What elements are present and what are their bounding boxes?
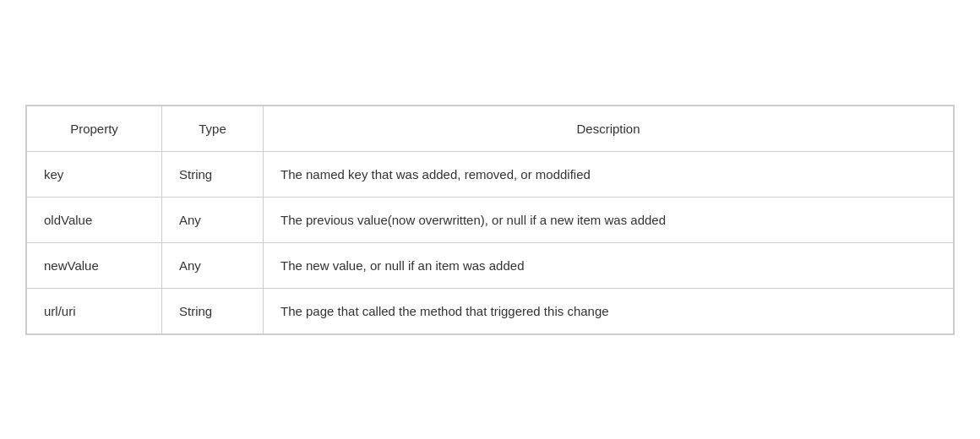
- cell-property: key: [27, 151, 162, 197]
- cell-type: String: [162, 151, 264, 197]
- header-description: Description: [264, 106, 954, 151]
- cell-property: newValue: [27, 242, 162, 288]
- table-row: newValueAnyThe new value, or null if an …: [27, 242, 954, 288]
- properties-table-wrapper: Property Type Description keyStringThe n…: [25, 105, 955, 335]
- cell-description: The previous value(now overwritten), or …: [264, 197, 954, 242]
- table-row: keyStringThe named key that was added, r…: [27, 151, 954, 197]
- cell-property: oldValue: [27, 197, 162, 242]
- cell-description: The page that called the method that tri…: [264, 288, 954, 333]
- table-row: oldValueAnyThe previous value(now overwr…: [27, 197, 954, 242]
- table-header-row: Property Type Description: [27, 106, 954, 151]
- cell-type: Any: [162, 242, 264, 288]
- cell-type: String: [162, 288, 264, 333]
- cell-description: The named key that was added, removed, o…: [264, 151, 954, 197]
- table-row: url/uriStringThe page that called the me…: [27, 288, 954, 333]
- header-type: Type: [162, 106, 264, 151]
- cell-description: The new value, or null if an item was ad…: [264, 242, 954, 288]
- properties-table: Property Type Description keyStringThe n…: [26, 106, 954, 334]
- header-property: Property: [27, 106, 162, 151]
- cell-property: url/uri: [27, 288, 162, 333]
- cell-type: Any: [162, 197, 264, 242]
